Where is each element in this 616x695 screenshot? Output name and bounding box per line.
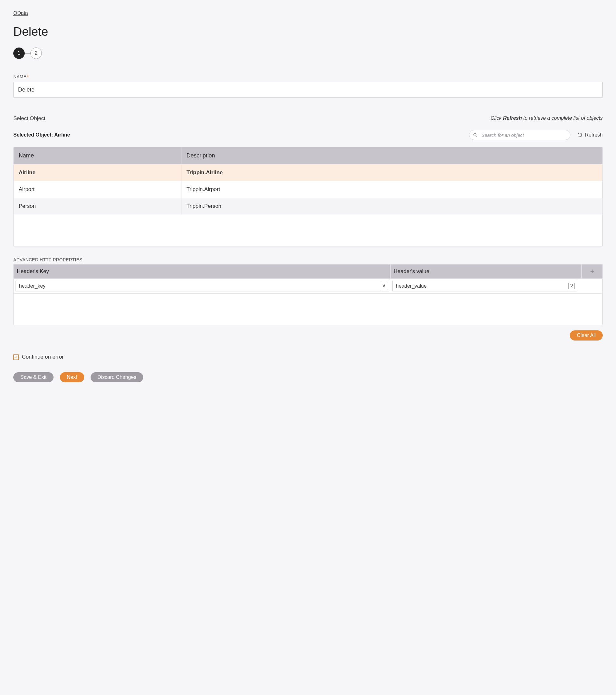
step-1[interactable]: 1	[13, 48, 25, 59]
breadcrumb-odata[interactable]: OData	[13, 11, 28, 16]
refresh-hint: Click Refresh to retrieve a complete lis…	[491, 115, 603, 121]
object-table: Name Description Airline Trippin.Airline…	[13, 147, 603, 247]
object-table-header-name: Name	[14, 147, 182, 164]
variable-picker-key[interactable]: V	[381, 283, 387, 289]
header-value-input[interactable]	[392, 281, 577, 291]
http-header-key: Header's Key	[14, 265, 391, 278]
svg-line-1	[476, 136, 477, 137]
step-2[interactable]: 2	[30, 48, 42, 59]
http-properties-table: Header's Key Header's value + V V	[13, 264, 603, 325]
next-button[interactable]: Next	[60, 372, 84, 382]
header-key-input[interactable]	[16, 281, 389, 291]
stepper: 1 2	[13, 48, 603, 59]
continue-on-error-checkbox[interactable]	[13, 354, 19, 360]
object-row-person[interactable]: Person Trippin.Person	[14, 198, 602, 215]
object-table-header-description: Description	[182, 147, 602, 164]
continue-on-error-label: Continue on error	[22, 354, 64, 360]
refresh-icon	[577, 132, 582, 137]
clear-all-button[interactable]: Clear All	[570, 330, 603, 341]
check-icon	[14, 355, 18, 359]
object-cell-name: Airport	[14, 181, 182, 198]
variable-picker-value[interactable]: V	[568, 283, 575, 289]
plus-icon: +	[591, 267, 595, 276]
step-connector	[25, 53, 30, 53]
refresh-button[interactable]: Refresh	[577, 132, 603, 138]
http-table-empty-area	[14, 293, 602, 325]
object-table-empty-area	[14, 215, 602, 246]
select-object-label: Select Object	[13, 115, 45, 122]
name-input[interactable]	[13, 82, 603, 98]
page-title: Delete	[13, 25, 603, 39]
object-row-airline[interactable]: Airline Trippin.Airline	[14, 164, 602, 181]
object-cell-description: Trippin.Airport	[182, 181, 602, 198]
save-exit-button[interactable]: Save & Exit	[13, 372, 53, 382]
http-header-value: Header's value	[391, 265, 582, 278]
object-row-airport[interactable]: Airport Trippin.Airport	[14, 181, 602, 198]
search-input[interactable]	[469, 130, 570, 140]
object-cell-description: Trippin.Airline	[182, 165, 602, 181]
search-icon	[473, 133, 478, 137]
add-header-button[interactable]: +	[582, 265, 602, 278]
discard-changes-button[interactable]: Discard Changes	[90, 372, 143, 382]
svg-point-0	[474, 133, 476, 136]
selected-object: Selected Object: Airline	[13, 132, 70, 138]
name-field-label: NAME*	[13, 74, 603, 79]
advanced-http-label: ADVANCED HTTP PROPERTIES	[13, 257, 603, 262]
object-cell-name: Person	[14, 198, 182, 215]
object-cell-description: Trippin.Person	[182, 198, 602, 215]
object-cell-name: Airline	[14, 165, 182, 181]
